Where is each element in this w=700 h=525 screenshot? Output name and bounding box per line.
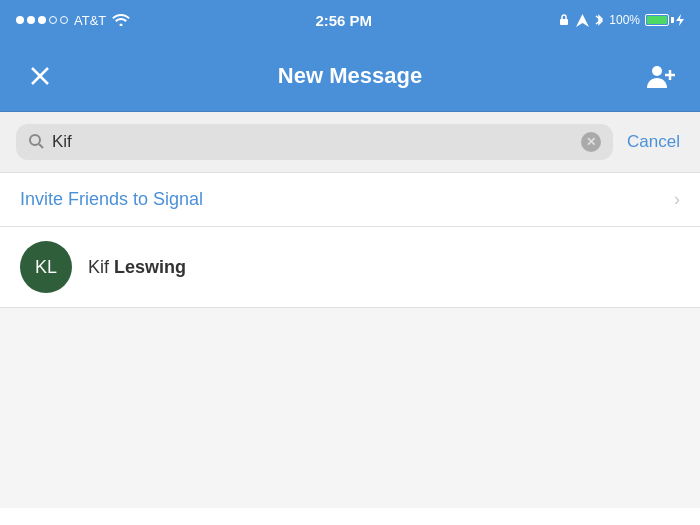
invite-friends-label: Invite Friends to Signal	[20, 189, 203, 210]
close-icon	[29, 65, 51, 87]
list-content: Invite Friends to Signal › KL Kif Leswin…	[0, 173, 700, 308]
search-icon	[28, 133, 44, 152]
signal-dot-5	[60, 16, 68, 24]
status-left: AT&T	[16, 12, 130, 29]
avatar-initials: KL	[35, 257, 57, 278]
signal-dot-4	[49, 16, 57, 24]
add-contact-icon	[644, 62, 676, 90]
search-input-wrapper: ✕	[16, 124, 613, 160]
status-bar: AT&T 2:56 PM 100%	[0, 0, 700, 40]
svg-line-9	[39, 144, 43, 148]
invite-friends-row[interactable]: Invite Friends to Signal ›	[0, 173, 700, 227]
contact-name: Kif Leswing	[88, 257, 186, 278]
status-right: 100%	[557, 13, 684, 27]
lock-icon	[557, 13, 571, 27]
wifi-icon	[112, 12, 130, 29]
page-title: New Message	[278, 63, 422, 89]
clear-icon: ✕	[586, 136, 596, 148]
svg-point-5	[652, 66, 662, 76]
battery-indicator	[645, 14, 684, 26]
close-button[interactable]	[20, 56, 60, 96]
signal-dot-1	[16, 16, 24, 24]
search-area: ✕ Cancel	[0, 112, 700, 173]
charging-icon	[676, 14, 684, 26]
carrier-label: AT&T	[74, 13, 106, 28]
contact-first-name: Kif	[88, 257, 109, 277]
location-icon	[576, 14, 589, 27]
contact-last-name: Leswing	[114, 257, 186, 277]
bluetooth-icon	[594, 13, 604, 27]
clear-search-button[interactable]: ✕	[581, 132, 601, 152]
svg-marker-2	[676, 14, 684, 26]
nav-bar: New Message	[0, 40, 700, 112]
empty-area	[0, 308, 700, 508]
search-input[interactable]	[52, 132, 573, 152]
signal-dot-2	[27, 16, 35, 24]
svg-marker-1	[576, 14, 589, 27]
add-contact-button[interactable]	[640, 56, 680, 96]
status-time: 2:56 PM	[315, 12, 372, 29]
svg-point-8	[30, 135, 40, 145]
svg-rect-0	[560, 19, 568, 25]
avatar: KL	[20, 241, 72, 293]
signal-dots	[16, 16, 68, 24]
chevron-right-icon: ›	[674, 189, 680, 210]
signal-dot-3	[38, 16, 46, 24]
contact-row[interactable]: KL Kif Leswing	[0, 227, 700, 308]
cancel-button[interactable]: Cancel	[623, 132, 684, 152]
battery-percent: 100%	[609, 13, 640, 27]
